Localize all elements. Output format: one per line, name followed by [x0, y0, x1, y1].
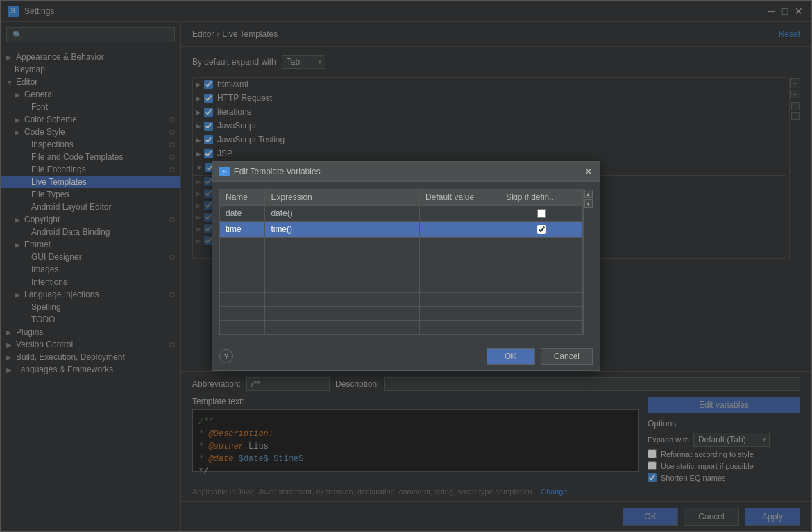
modal-overlay: S Edit Template Variables ✕ Name Express…	[1, 1, 811, 531]
modal-close-button[interactable]: ✕	[584, 166, 593, 177]
modal-title: S Edit Template Variables	[219, 167, 321, 176]
modal-cancel-button[interactable]: Cancel	[541, 348, 593, 365]
col-default: Default value	[420, 190, 500, 206]
empty-row-4	[220, 279, 583, 293]
col-skip: Skip if defin...	[500, 190, 583, 206]
col-name: Name	[220, 190, 265, 206]
skip-date-checkbox[interactable]	[537, 209, 546, 218]
modal-body: Name Expression Default value Skip if de…	[212, 182, 600, 342]
cell-time-expression[interactable]	[265, 222, 420, 238]
cell-date-expression: date()	[265, 206, 420, 222]
modal-footer-buttons: OK Cancel	[487, 348, 593, 365]
empty-row-5	[220, 293, 583, 307]
variables-table: Name Expression Default value Skip if de…	[219, 189, 583, 335]
skip-time-checkbox[interactable]	[537, 225, 546, 234]
modal-ok-button[interactable]: OK	[487, 348, 535, 365]
cell-date-skip	[500, 206, 583, 222]
modal-title-bar: S Edit Template Variables ✕	[212, 162, 600, 182]
empty-row-2	[220, 251, 583, 265]
modal-scroll-area: Name Expression Default value Skip if de…	[219, 189, 593, 335]
settings-window: S Settings ─ □ ✕ 🔍 ▶ Appearance & Behavi…	[0, 0, 812, 532]
empty-row-3	[220, 265, 583, 279]
empty-row-6	[220, 307, 583, 321]
empty-row-1	[220, 238, 583, 251]
table-row-time[interactable]: time	[220, 222, 583, 238]
modal-footer: ? OK Cancel	[212, 342, 600, 370]
modal-scrollbar: ▲ ▼	[583, 189, 593, 335]
modal-scroll-down-btn[interactable]: ▼	[584, 199, 593, 208]
cell-time-name: time	[220, 222, 265, 238]
table-row-date: date date()	[220, 206, 583, 222]
empty-row-7	[220, 321, 583, 335]
time-expression-input[interactable]	[271, 224, 414, 234]
modal-scroll-up-btn[interactable]: ▲	[584, 190, 593, 198]
col-expression: Expression	[265, 190, 420, 206]
cell-date-default	[420, 206, 500, 222]
edit-variables-dialog: S Edit Template Variables ✕ Name Express…	[212, 161, 600, 371]
cell-time-default	[420, 222, 500, 238]
modal-help-button[interactable]: ?	[219, 349, 233, 363]
modal-title-icon: S	[219, 167, 230, 176]
cell-time-skip	[500, 222, 583, 238]
cell-date-name: date	[220, 206, 265, 222]
